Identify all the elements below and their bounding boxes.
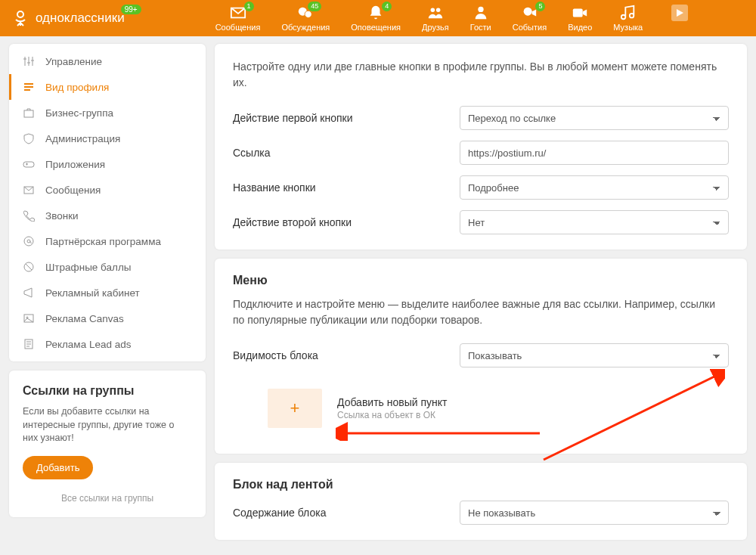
nav-events[interactable]: 5 События — [513, 5, 547, 32]
guest-icon — [472, 5, 489, 21]
logo-text: одноклассники — [36, 11, 125, 26]
svg-point-2 — [305, 11, 311, 17]
plus-icon: + — [268, 389, 322, 428]
feed-title: Блок над лентой — [233, 478, 729, 491]
sidebar-item-apps[interactable]: Приложения — [9, 151, 206, 177]
links-title: Ссылки на группы — [23, 384, 192, 398]
briefcase-icon — [23, 107, 35, 119]
svg-point-4 — [436, 8, 441, 12]
content-select[interactable]: Не показывать — [460, 501, 729, 525]
play-icon — [675, 8, 684, 17]
nav-label: Друзья — [422, 23, 449, 32]
logo-badge: 99+ — [121, 5, 141, 14]
badge: 1 — [244, 2, 254, 11]
play-button[interactable] — [671, 5, 688, 21]
svg-point-12 — [27, 240, 30, 243]
badge: 4 — [382, 2, 392, 11]
bell-icon: 4 — [367, 5, 384, 21]
sidebar-item-calls[interactable]: Звонки — [9, 203, 206, 228]
nav-label: События — [513, 23, 547, 32]
buttons-panel: Настройте одну или две главные кнопки в … — [215, 44, 747, 250]
sidebar-item-label: Администрация — [45, 133, 120, 144]
side-menu: Управление Вид профиля Бизнес-группа Адм… — [9, 44, 206, 361]
sidebar-item-affiliate[interactable]: Партнёрская программа — [9, 228, 206, 254]
sliders-icon — [23, 55, 35, 67]
chat-icon: 45 — [297, 5, 314, 21]
sidebar-item-lead-ads[interactable]: Реклама Lead ads — [9, 331, 206, 357]
badge: 5 — [535, 2, 545, 11]
list-icon — [23, 81, 35, 93]
sidebar-item-label: Рекламный кабинет — [45, 287, 140, 299]
svg-point-11 — [24, 237, 33, 246]
logo[interactable]: одноклассники 99+ — [11, 9, 125, 27]
svg-rect-8 — [24, 110, 33, 117]
menu-panel: Меню Подключите и настройте меню — выдел… — [215, 259, 747, 454]
nav-notifications[interactable]: 4 Оповещения — [351, 5, 401, 32]
gamepad-icon — [23, 158, 35, 170]
link-label: Ссылка — [233, 147, 460, 159]
sidebar-item-admin[interactable]: Администрация — [9, 126, 206, 151]
links-desc: Если вы добавите ссылки на интересные гр… — [23, 405, 192, 445]
at-icon — [23, 235, 35, 247]
shield-icon — [23, 132, 35, 144]
ban-icon — [23, 261, 35, 273]
ok-logo-icon — [11, 9, 29, 27]
add-item-title: Добавить новый пункт — [337, 396, 448, 408]
megaphone-icon — [23, 287, 35, 299]
music-icon — [620, 5, 637, 21]
sidebar-item-label: Приложения — [45, 159, 105, 170]
nav-video[interactable]: Видео — [568, 5, 592, 32]
svg-point-3 — [430, 8, 435, 12]
action1-label: Действие первой кнопки — [233, 112, 460, 124]
action1-select[interactable]: Переход по ссылке — [460, 106, 729, 130]
action2-select[interactable]: Нет — [460, 210, 729, 234]
form-icon — [23, 338, 35, 350]
sidebar-item-label: Реклама Canvas — [45, 313, 124, 324]
nav-label: Видео — [568, 23, 592, 32]
sidebar-item-canvas[interactable]: Реклама Canvas — [9, 305, 206, 331]
svg-rect-9 — [23, 162, 34, 167]
svg-point-6 — [524, 8, 532, 16]
add-menu-item[interactable]: + Добавить новый пункт Ссылка на объект … — [233, 378, 729, 439]
nav-label: Оповещения — [351, 23, 401, 32]
svg-rect-7 — [573, 9, 583, 17]
sidebar-item-ads[interactable]: Рекламный кабинет — [9, 280, 206, 305]
menu-desc: Подключите и настройте меню — выделите н… — [233, 296, 729, 328]
events-icon: 5 — [521, 5, 538, 21]
action2-label: Действие второй кнопки — [233, 216, 460, 228]
envelope-icon: 1 — [230, 5, 246, 21]
add-link-button[interactable]: Добавить — [23, 456, 93, 479]
sidebar-item-business[interactable]: Бизнес-группа — [9, 100, 206, 126]
visibility-select[interactable]: Показывать — [460, 343, 729, 367]
nav-friends[interactable]: Друзья — [422, 5, 449, 32]
nav-label: Гости — [470, 23, 491, 32]
nav-guests[interactable]: Гости — [470, 5, 491, 32]
sidebar-item-penalty[interactable]: Штрафные баллы — [9, 254, 206, 280]
sidebar-item-profile-view[interactable]: Вид профиля — [9, 74, 206, 100]
link-input[interactable] — [460, 141, 729, 165]
sidebar-item-label: Вид профиля — [45, 82, 109, 93]
nav-label: Сообщения — [215, 23, 261, 32]
sidebar-item-label: Звонки — [45, 210, 79, 222]
badge: 45 — [308, 2, 321, 11]
nav-music[interactable]: Музыка — [613, 5, 643, 32]
sidebar-item-messages[interactable]: Сообщения — [9, 177, 206, 203]
links-widget: Ссылки на группы Если вы добавите ссылки… — [9, 371, 206, 517]
video-icon — [572, 5, 588, 21]
image-icon — [23, 312, 35, 324]
sidebar-item-label: Партнёрская программа — [45, 236, 161, 247]
top-header: одноклассники 99+ 1 Сообщения 45 Обсужде… — [0, 0, 756, 36]
content-label: Содержание блока — [233, 507, 460, 519]
all-links-link[interactable]: Все ссылки на группы — [23, 493, 192, 504]
sidebar-item-label: Управление — [45, 56, 102, 67]
nav-messages[interactable]: 1 Сообщения — [215, 5, 261, 32]
sidebar-item-label: Реклама Lead ads — [45, 339, 131, 350]
sidebar-item-management[interactable]: Управление — [9, 48, 206, 74]
nav-label: Обсуждения — [281, 23, 330, 32]
friends-icon — [427, 5, 444, 21]
top-nav: 1 Сообщения 45 Обсуждения 4 Оповещения Д… — [215, 5, 689, 32]
nav-discussions[interactable]: 45 Обсуждения — [281, 5, 330, 32]
button-name-select[interactable]: Подробнее — [460, 175, 729, 200]
feed-block-panel: Блок над лентой Содержание блока Не пока… — [215, 463, 747, 540]
svg-point-0 — [17, 11, 23, 17]
